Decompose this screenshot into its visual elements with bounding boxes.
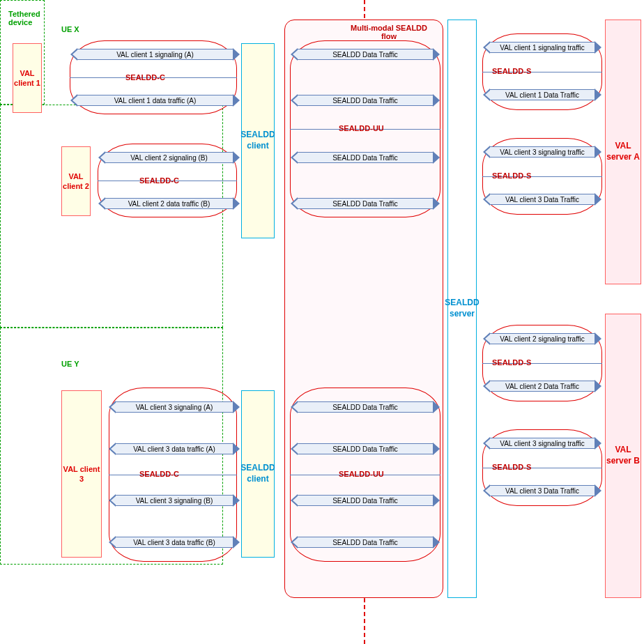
- val-client-1: VAL client 1: [13, 43, 42, 113]
- sealdd-server: SEALDD server: [447, 20, 477, 598]
- val-client-3: VAL client 3: [61, 390, 102, 558]
- sealdd-uu-label-top: SEALDD-UU: [339, 124, 384, 132]
- arrow-c1-sig-a: VAL client 1 signaling (A): [77, 49, 233, 60]
- ue-y-label: UE Y: [61, 360, 79, 368]
- arrow-sealdd-bot-3: SEALDD Data Traffic: [297, 495, 434, 506]
- val-server-b: VAL server B: [605, 314, 641, 598]
- sealdd-c-label-2: SEALDD-C: [139, 176, 179, 185]
- arrow-sealdd-top-2: SEALDD Data Traffic: [297, 95, 434, 106]
- sealdd-s-label-a1: SEALDD-S: [492, 67, 531, 75]
- sealdd-client-x: SEALDD client: [241, 43, 275, 238]
- sealdd-uu-label-bottom: SEALDD-UU: [339, 470, 384, 478]
- val-client-2: VAL client 2: [61, 146, 91, 216]
- arrow-s-c2-data: VAL client 2 Data Traffic: [489, 381, 595, 392]
- arrow-c1-data-a: VAL client 1 data traffic (A): [77, 95, 233, 106]
- arrow-sealdd-top-1: SEALDD Data Traffic: [297, 49, 434, 60]
- arrow-c3-data-a: VAL client 3 data traffic (A): [115, 443, 233, 454]
- arrow-c3-sig-a: VAL client 3 signaling (A): [115, 401, 233, 413]
- arrow-c3-sig-b: VAL client 3 signaling (B): [115, 495, 233, 506]
- arrow-s-c3-sig-b: VAL client 3 signaling traffic: [489, 438, 595, 449]
- val-server-a: VAL server A: [605, 20, 641, 284]
- sealdd-s-label-b2: SEALDD-S: [492, 463, 531, 471]
- ue-x-label: UE X: [61, 25, 79, 33]
- sealdd-c-label-1: SEALDD-C: [125, 73, 165, 82]
- arrow-sealdd-top-4: SEALDD Data Traffic: [297, 198, 434, 209]
- arrow-c3-data-b: VAL client 3 data traffic (B): [115, 537, 233, 548]
- sealdd-s-label-b1: SEALDD-S: [492, 358, 531, 367]
- arrow-s-c2-sig: VAL client 2 signaling traffic: [489, 333, 595, 344]
- sealdd-s-label-a2: SEALDD-S: [492, 171, 531, 180]
- arrow-sealdd-bot-4: SEALDD Data Traffic: [297, 537, 434, 548]
- arrow-c2-sig-b: VAL client 2 signaling (B): [105, 152, 233, 163]
- arrow-s-c1-sig: VAL client 1 signaling traffic: [489, 42, 595, 53]
- arrow-c2-data-b: VAL client 2 data traffic (B): [105, 198, 233, 209]
- arrow-s-c1-data: VAL client 1 Data Traffic: [489, 89, 595, 100]
- arrow-sealdd-bot-2: SEALDD Data Traffic: [297, 443, 434, 454]
- arrow-sealdd-bot-1: SEALDD Data Traffic: [297, 401, 434, 413]
- multimodal-flow-label: Multi-modal SEALDD flow: [347, 24, 431, 40]
- sealdd-client-y: SEALDD client: [241, 390, 275, 558]
- arrow-sealdd-top-3: SEALDD Data Traffic: [297, 152, 434, 163]
- arrow-s-c3-data-a: VAL client 3 Data Traffic: [489, 194, 595, 205]
- arrow-s-c3-data-b: VAL client 3 Data Traffic: [489, 485, 595, 496]
- sealdd-c-label-3: SEALDD-C: [139, 470, 179, 478]
- arrow-s-c3-sig-a: VAL client 3 signaling traffic: [489, 146, 595, 158]
- tethered-device-label: Tethered device: [8, 10, 47, 26]
